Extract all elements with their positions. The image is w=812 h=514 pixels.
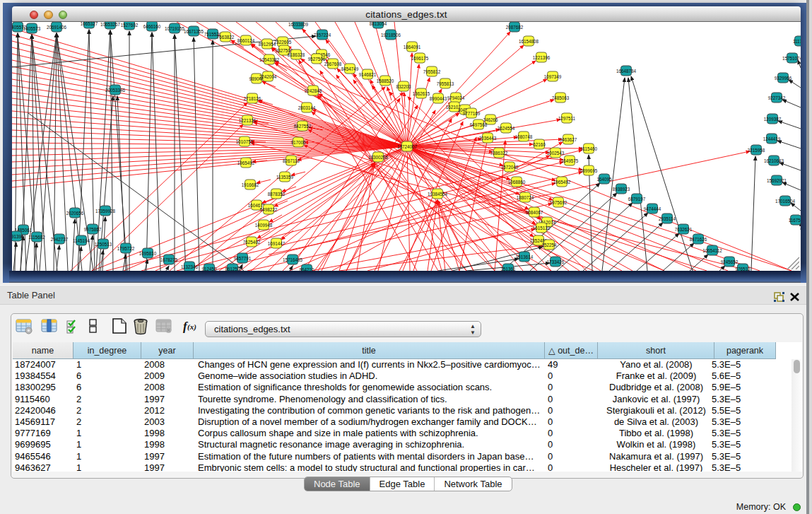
svg-text:9084067: 9084067	[526, 210, 543, 215]
svg-text:9242848: 9242848	[305, 88, 322, 93]
svg-text:7485063: 7485063	[552, 95, 570, 100]
svg-text:912450: 912450	[201, 267, 217, 271]
svg-text:7955813: 7955813	[437, 81, 454, 86]
svg-text:1221336: 1221336	[239, 118, 257, 123]
svg-text:1975692: 1975692	[550, 200, 567, 205]
svg-text:1649575: 1649575	[561, 158, 579, 163]
svg-text:7625402: 7625402	[243, 240, 261, 245]
svg-text:8186328: 8186328	[288, 52, 305, 57]
svg-text:3624554: 3624554	[498, 126, 515, 131]
svg-text:62160: 62160	[533, 142, 546, 147]
svg-text:1250513: 1250513	[95, 242, 112, 247]
svg-text:8938923: 8938923	[613, 187, 630, 192]
svg-text:1244419: 1244419	[763, 136, 781, 141]
svg-text:2087682: 2087682	[506, 25, 524, 30]
svg-text:20053346: 20053346	[105, 88, 126, 93]
svg-text:8878352: 8878352	[268, 192, 286, 197]
svg-text:17016504: 17016504	[775, 199, 796, 204]
svg-text:1733426: 1733426	[547, 259, 565, 264]
svg-text:15751074: 15751074	[782, 56, 801, 61]
svg-text:8267110: 8267110	[283, 158, 300, 163]
svg-text:917006: 917006	[290, 140, 306, 145]
svg-text:861253: 861253	[225, 267, 240, 271]
svg-text:1527602: 1527602	[121, 23, 139, 28]
svg-text:(x): (x)	[187, 322, 196, 332]
svg-text:18724007: 18724007	[397, 144, 418, 149]
svg-text:151361: 151361	[500, 267, 516, 271]
svg-text:2322605: 2322605	[274, 40, 292, 45]
svg-text:2718126: 2718126	[244, 96, 261, 101]
svg-text:19384554: 19384554	[428, 192, 448, 197]
svg-text:5498222: 5498222	[260, 207, 278, 212]
svg-text:1362615: 1362615	[413, 91, 430, 96]
svg-text:18300295: 18300295	[368, 155, 389, 160]
svg-text:1615132: 1615132	[533, 226, 551, 230]
svg-text:7632621: 7632621	[675, 227, 693, 232]
svg-text:1132346: 1132346	[181, 264, 199, 269]
svg-text:10653267: 10653267	[100, 22, 121, 27]
svg-text:116753: 116753	[789, 218, 801, 223]
svg-text:20691406: 20691406	[47, 25, 67, 30]
svg-text:16210643: 16210643	[764, 158, 784, 163]
svg-text:976513: 976513	[735, 267, 751, 271]
svg-text:2367608: 2367608	[324, 62, 342, 66]
svg-text:1115682: 1115682	[28, 235, 45, 240]
svg-text:9975867: 9975867	[84, 227, 102, 232]
svg-text:9474444: 9474444	[644, 206, 661, 211]
svg-text:8813054: 8813054	[370, 22, 387, 26]
svg-text:8660124: 8660124	[237, 38, 255, 43]
svg-text:2242004: 2242004	[259, 74, 277, 79]
svg-text:7357224: 7357224	[314, 33, 331, 37]
svg-text:9777169: 9777169	[463, 111, 481, 116]
svg-text:9115460: 9115460	[580, 146, 598, 151]
svg-text:1691447: 1691447	[268, 241, 286, 246]
svg-text:2942737: 2942737	[51, 237, 69, 242]
svg-text:19218506: 19218506	[381, 33, 401, 37]
svg-text:1095810: 1095810	[139, 251, 157, 256]
svg-text:9227342: 9227342	[768, 95, 786, 100]
svg-text:2036443: 2036443	[479, 136, 497, 141]
svg-text:1080748: 1080748	[515, 134, 533, 139]
svg-text:1409948: 1409948	[255, 223, 273, 228]
svg-text:15716485: 15716485	[283, 257, 303, 262]
svg-text:1145194: 1145194	[73, 238, 90, 243]
svg-text:1065327: 1065327	[81, 22, 98, 26]
svg-text:9146821: 9146821	[359, 72, 377, 77]
svg-text:6466160: 6466160	[143, 24, 161, 29]
svg-text:1795722: 1795722	[117, 246, 135, 251]
svg-text:9463627: 9463627	[560, 137, 577, 142]
svg-text:1297511: 1297511	[558, 116, 576, 121]
svg-text:10654112: 10654112	[702, 248, 722, 253]
svg-text:8454749: 8454749	[341, 66, 359, 71]
svg-text:1513614: 1513614	[516, 255, 534, 259]
svg-text:164095: 164095	[596, 177, 612, 182]
svg-text:7386322: 7386322	[490, 151, 508, 156]
svg-text:1209387: 1209387	[764, 117, 782, 122]
svg-text:16154808: 16154808	[519, 39, 539, 44]
svg-text:6879197: 6879197	[628, 197, 646, 201]
svg-text:1916682: 1916682	[242, 182, 259, 187]
svg-text:9794024: 9794024	[447, 95, 465, 100]
svg-text:864210: 864210	[299, 267, 314, 271]
svg-text:1097349: 1097349	[544, 74, 562, 79]
svg-text:2020656: 2020656	[66, 211, 84, 216]
svg-text:1405573: 1405573	[23, 26, 41, 31]
svg-text:8427552: 8427552	[294, 124, 312, 129]
svg-text:391394: 391394	[12, 234, 24, 239]
svg-text:9329966: 9329966	[775, 76, 792, 81]
svg-text:16671355: 16671355	[184, 29, 204, 34]
svg-text:17359928: 17359928	[95, 209, 116, 214]
svg-text:1864091: 1864091	[404, 45, 421, 49]
svg-text:9527506: 9527506	[308, 57, 326, 62]
svg-text:8471626: 8471626	[690, 237, 707, 242]
svg-text:7663822: 7663822	[217, 35, 235, 40]
svg-text:746266: 746266	[483, 117, 498, 122]
svg-text:10543382: 10543382	[259, 57, 280, 62]
svg-text:1135359: 1135359	[276, 175, 294, 180]
svg-text:1010755: 1010755	[236, 139, 254, 144]
svg-text:1221396: 1221396	[533, 55, 551, 60]
svg-text:111753: 111753	[793, 39, 801, 44]
svg-text:1678275: 1678275	[160, 257, 178, 262]
svg-text:7955812: 7955812	[423, 69, 441, 74]
svg-text:1002543: 1002543	[547, 151, 565, 156]
